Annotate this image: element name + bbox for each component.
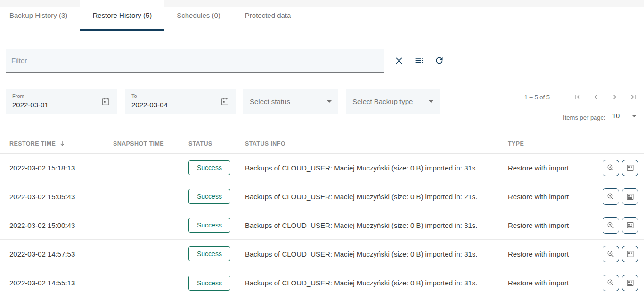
toc-icon bbox=[414, 56, 424, 65]
calendar-icon[interactable] bbox=[220, 97, 230, 108]
chevron-left-icon bbox=[591, 92, 601, 102]
tab-restore-history[interactable]: Restore History (5) bbox=[80, 0, 164, 31]
cell-type: Restore with import bbox=[508, 250, 597, 258]
filter-field bbox=[6, 49, 384, 73]
refresh-icon bbox=[434, 56, 444, 65]
next-page-button[interactable] bbox=[610, 92, 620, 102]
status-badge: Success bbox=[188, 218, 230, 233]
view-details-button[interactable] bbox=[603, 188, 619, 205]
report-icon bbox=[626, 192, 635, 201]
cell-status-info: Backups of CLOUD_USER: Maciej Muczyński … bbox=[245, 221, 508, 229]
filter-input[interactable] bbox=[11, 57, 378, 65]
view-log-button[interactable] bbox=[622, 217, 638, 234]
table-row: 2022-03-02 15:18:13 Success Backups of C… bbox=[0, 154, 644, 182]
tab-backup-history-label: Backup History (3) bbox=[9, 11, 67, 19]
cell-restore-time: 2022-03-02 14:55:13 bbox=[9, 279, 113, 287]
report-icon bbox=[626, 221, 635, 230]
table-header-row: RESTORE TIME SNAPSHOT TIME STATUS STATUS… bbox=[0, 134, 644, 154]
cell-actions bbox=[597, 217, 644, 234]
cell-actions bbox=[597, 275, 644, 291]
zoom-in-icon bbox=[606, 278, 615, 287]
report-icon bbox=[626, 278, 635, 287]
header-type: TYPE bbox=[508, 140, 597, 147]
status-select-placeholder: Select status bbox=[250, 97, 290, 105]
view-details-button[interactable] bbox=[603, 275, 619, 291]
zoom-in-icon bbox=[606, 221, 615, 230]
paginator-range-label: 1 – 5 of 5 bbox=[524, 94, 550, 101]
zoom-in-icon bbox=[606, 250, 615, 259]
cell-type: Restore with import bbox=[508, 164, 597, 172]
header-snapshot-time: SNAPSHOT TIME bbox=[113, 140, 188, 147]
tab-schedules[interactable]: Schedules (0) bbox=[164, 0, 233, 31]
view-details-button[interactable] bbox=[603, 160, 619, 176]
date-to-value: 2022-03-04 bbox=[131, 101, 229, 109]
header-restore-time[interactable]: RESTORE TIME bbox=[9, 140, 113, 147]
table-body: 2022-03-02 15:18:13 Success Backups of C… bbox=[0, 154, 644, 297]
report-icon bbox=[626, 163, 635, 172]
date-to-field[interactable]: To 2022-03-04 bbox=[125, 89, 236, 114]
header-status: STATUS bbox=[188, 140, 245, 147]
table-row: 2022-03-02 15:00:43 Success Backups of C… bbox=[0, 211, 644, 240]
status-badge: Success bbox=[188, 189, 230, 204]
last-page-button[interactable] bbox=[629, 92, 638, 102]
view-log-button[interactable] bbox=[622, 188, 638, 205]
date-from-label: From bbox=[12, 93, 110, 99]
cell-actions bbox=[597, 160, 644, 176]
header-restore-time-label: RESTORE TIME bbox=[9, 140, 56, 147]
chevron-down-icon bbox=[429, 100, 433, 103]
view-log-button[interactable] bbox=[622, 160, 638, 176]
tab-protected-data-label: Protected data bbox=[245, 11, 291, 19]
cell-status: Success bbox=[188, 160, 245, 175]
items-per-page-select[interactable]: 10 bbox=[610, 112, 638, 122]
cell-restore-time: 2022-03-02 14:57:53 bbox=[9, 250, 113, 258]
first-page-button[interactable] bbox=[572, 92, 582, 102]
table-row: 2022-03-02 14:57:53 Success Backups of C… bbox=[0, 240, 644, 268]
status-select[interactable]: Select status bbox=[243, 89, 338, 114]
backup-type-select[interactable]: Select Backup type bbox=[346, 89, 440, 114]
date-from-field[interactable]: From 2022-03-01 bbox=[6, 89, 117, 114]
clear-filter-button[interactable] bbox=[394, 56, 404, 65]
refresh-button[interactable] bbox=[434, 56, 444, 65]
cell-status: Success bbox=[188, 218, 245, 233]
status-badge: Success bbox=[188, 276, 230, 291]
paginator: 1 – 5 of 5 Items per page: 10 bbox=[524, 89, 638, 122]
chevron-down-icon bbox=[327, 100, 332, 103]
view-details-button[interactable] bbox=[603, 246, 619, 262]
header-status-info: STATUS INFO bbox=[245, 140, 508, 147]
cell-restore-time: 2022-03-02 15:18:13 bbox=[9, 164, 113, 172]
tab-schedules-label: Schedules (0) bbox=[177, 11, 220, 19]
header-status-label: STATUS bbox=[188, 140, 212, 147]
cell-restore-time: 2022-03-02 15:05:43 bbox=[9, 193, 113, 201]
cell-actions bbox=[597, 188, 644, 205]
backup-type-select-placeholder: Select Backup type bbox=[352, 97, 413, 105]
restore-history-table: RESTORE TIME SNAPSHOT TIME STATUS STATUS… bbox=[0, 134, 644, 297]
chevron-down-icon bbox=[632, 115, 636, 117]
cell-actions bbox=[597, 246, 644, 262]
sort-descending-icon bbox=[59, 140, 65, 147]
view-log-button[interactable] bbox=[622, 275, 638, 291]
close-icon bbox=[394, 56, 404, 65]
calendar-icon[interactable] bbox=[101, 97, 111, 108]
report-icon bbox=[626, 250, 635, 259]
header-status-info-label: STATUS INFO bbox=[245, 140, 285, 147]
status-badge: Success bbox=[188, 160, 230, 175]
filter-toolbar bbox=[6, 49, 638, 73]
column-settings-button[interactable] bbox=[414, 56, 424, 65]
tab-backup-history[interactable]: Backup History (3) bbox=[0, 0, 80, 31]
chevron-right-icon bbox=[610, 92, 620, 102]
previous-page-button[interactable] bbox=[591, 92, 601, 102]
items-per-page-label: Items per page: bbox=[563, 114, 605, 121]
cell-status-info: Backups of CLOUD_USER: Maciej Muczyński … bbox=[245, 164, 508, 172]
tab-bar: Backup History (3) Restore History (5) S… bbox=[0, 0, 644, 31]
cell-status-info: Backups of CLOUD_USER: Maciej Muczyński … bbox=[245, 193, 508, 201]
view-details-button[interactable] bbox=[603, 217, 619, 234]
header-type-label: TYPE bbox=[508, 140, 524, 147]
items-per-page-value: 10 bbox=[612, 112, 620, 120]
cell-type: Restore with import bbox=[508, 221, 597, 229]
cell-status: Success bbox=[188, 246, 245, 261]
cell-type: Restore with import bbox=[508, 193, 597, 201]
tab-protected-data[interactable]: Protected data bbox=[233, 0, 303, 31]
cell-status-info: Backups of CLOUD_USER: Maciej Muczyński … bbox=[245, 250, 508, 258]
view-log-button[interactable] bbox=[622, 246, 638, 262]
first-page-icon bbox=[572, 92, 582, 102]
